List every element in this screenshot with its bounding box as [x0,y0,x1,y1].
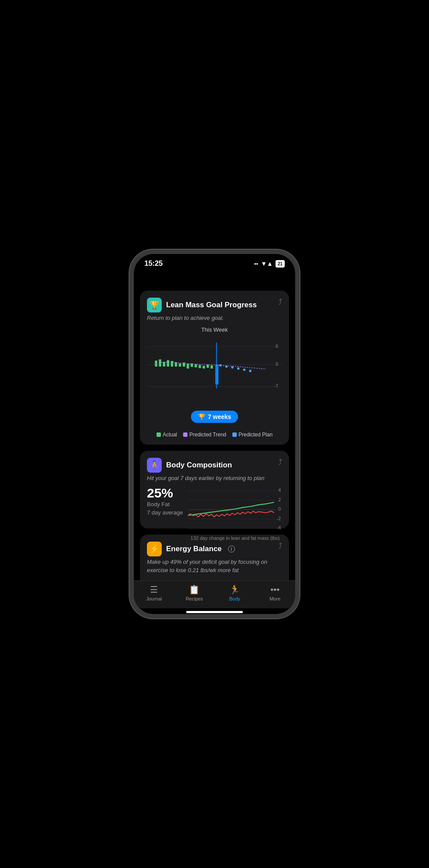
svg-text:-2: -2 [277,516,281,521]
tab-more[interactable]: ••• More [255,585,296,601]
legend-trend: Predicted Trend [183,432,226,438]
svg-text:4: 4 [279,487,281,493]
lean-mass-icon: 🏆 [147,298,162,312]
legend-plan-dot [232,432,237,437]
lean-mass-legend: Actual Predicted Trend Predicted Plan [147,432,282,438]
recipes-icon: 📋 [189,584,200,595]
svg-rect-7 [155,360,157,367]
svg-rect-10 [167,360,169,367]
energy-balance-card: ⚡ Energy Balance i ⤴ Make up 49% of your… [140,535,289,580]
energy-title-row: ⚡ Energy Balance i [147,542,275,556]
svg-rect-21 [211,365,213,368]
phone-inner: 15:25 ▪▪ ▼▲ 21 🏆 Lean Mass Goal Progress… [134,254,295,614]
legend-plan: Predicted Plan [232,432,272,438]
svg-point-27 [243,369,245,371]
phone-frame: 15:25 ▪▪ ▼▲ 21 🏆 Lean Mass Goal Progress… [129,250,300,618]
lean-mass-title-row: 🏆 Lean Mass Goal Progress [147,298,275,312]
svg-rect-19 [203,366,205,368]
energy-info-icon[interactable]: i [228,546,235,552]
svg-text:-4: -4 [277,525,281,531]
energy-chart [234,579,282,580]
signal-icon: ▪▪ [254,261,258,267]
lean-mass-title: Lean Mass Goal Progress [166,301,257,309]
svg-rect-12 [175,362,177,367]
body-fat-label: Body Fat 7 day average [147,501,183,516]
svg-rect-20 [207,365,209,368]
tab-bar: ☰ Journal 📋 Recipes 🏃 Body ••• More [134,580,295,608]
svg-text:2: 2 [279,497,281,502]
svg-rect-13 [179,364,181,367]
lean-mass-subtitle: Return to plan to achieve goal. [147,314,282,322]
svg-point-26 [237,367,239,370]
svg-rect-18 [199,365,201,368]
svg-point-28 [249,370,251,372]
scroll-area[interactable]: 🏆 Lean Mass Goal Progress ⤴ Return to pl… [134,287,295,580]
recipes-label: Recipes [186,596,203,601]
body-comp-title: Body Composition [166,461,232,470]
energy-share-icon[interactable]: ⤴ [278,542,282,551]
home-indicator [186,611,243,613]
body-fat-percent: 25% [147,487,183,500]
svg-text:6: 6 [276,344,278,349]
status-bar: 15:25 ▪▪ ▼▲ 21 [134,254,295,271]
more-icon: ••• [270,585,279,595]
svg-text:0: 0 [279,506,281,511]
legend-plan-label: Predicted Plan [238,432,272,438]
svg-rect-22 [215,365,218,385]
body-composition-card: 🧍 Body Composition ⤴ Hit your goal 7 day… [140,451,289,528]
svg-point-23 [219,364,221,367]
body-comp-subtitle: Hit your goal 7 days earlier by returnin… [147,474,282,482]
journal-icon: ☰ [150,584,158,595]
svg-point-24 [225,365,228,367]
legend-actual-dot [157,432,161,437]
lean-mass-chart-label: This Week [147,326,282,333]
body-comp-content: 25% Body Fat 7 day average 4 2 0 -2 [147,487,282,521]
badge-weeks: 🏆 7 weeks [191,411,238,423]
body-comp-chart: 4 2 0 -2 -4 [188,487,282,521]
more-label: More [269,596,280,601]
badge-trophy-icon: 🏆 [198,413,205,420]
legend-actual: Actual [157,432,177,438]
legend-trend-dot [183,432,187,437]
energy-header: ⚡ Energy Balance i ⤴ [147,542,282,556]
tab-journal[interactable]: ☰ Journal [134,584,174,601]
body-comp-icon: 🧍 [147,458,162,473]
body-icon: 🏃 [229,584,240,595]
body-comp-header: 🧍 Body Composition ⤴ [147,458,282,473]
svg-rect-8 [159,360,161,367]
tab-recipes[interactable]: 📋 Recipes [174,584,215,601]
svg-rect-17 [194,364,197,367]
svg-text:0: 0 [276,362,278,367]
legend-trend-label: Predicted Trend [189,432,226,438]
journal-label: Journal [146,596,162,601]
badge-weeks-container: 🏆 7 weeks [147,408,282,427]
dynamic-island [188,271,241,285]
lean-mass-chart: 6 0 -7 [147,335,282,405]
tab-body[interactable]: 🏃 Body [214,584,255,601]
battery-icon: 21 [276,260,285,268]
svg-rect-15 [187,364,189,369]
status-icons: ▪▪ ▼▲ 21 [254,260,285,268]
lean-mass-header: 🏆 Lean Mass Goal Progress ⤴ [147,298,282,312]
svg-text:-7: -7 [274,384,278,388]
lean-mass-share-icon[interactable]: ⤴ [278,298,282,307]
energy-subtitle: Make up 49% of your deficit goal by focu… [147,558,282,574]
badge-weeks-text: 7 weeks [208,413,232,420]
body-comp-chart-label: 132 day change in lean and fat mass (lbs… [188,535,282,541]
body-comp-title-row: 🧍 Body Composition [147,458,275,473]
energy-title: Energy Balance [166,545,222,553]
wifi-icon: ▼▲ [261,260,273,267]
body-label: Body [229,596,240,601]
energy-icon: ⚡ [147,542,162,556]
legend-actual-label: Actual [163,432,177,438]
svg-point-25 [231,366,233,368]
lean-mass-card: 🏆 Lean Mass Goal Progress ⤴ Return to pl… [140,291,289,445]
body-comp-share-icon[interactable]: ⤴ [278,458,282,467]
status-time: 15:25 [144,259,163,268]
body-comp-stat: 25% Body Fat 7 day average [147,487,183,516]
